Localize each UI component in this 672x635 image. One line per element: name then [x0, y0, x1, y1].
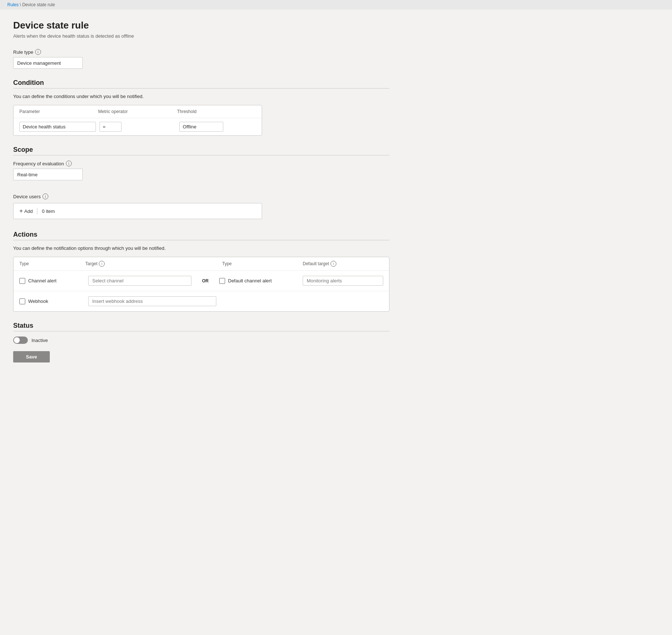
add-plus-icon: + — [19, 208, 23, 214]
default-channel-alert-checkbox-label[interactable]: Default channel alert — [219, 278, 300, 284]
actions-heading: Actions — [13, 231, 389, 238]
scope-divider — [13, 155, 389, 155]
col-metric-operator: Metric operator — [98, 109, 177, 114]
select-channel-input[interactable] — [88, 276, 191, 286]
actions-col-type2: Type — [222, 261, 303, 266]
condition-table: Parameter Metric operator Threshold — [13, 105, 262, 136]
actions-webhook-row: Webhook — [14, 291, 389, 311]
condition-description: You can define the conditions under whic… — [13, 94, 389, 99]
breadcrumb-current: Device state rule — [22, 2, 55, 7]
item-count: 0 item — [42, 208, 55, 214]
page-title: Device state rule — [13, 20, 389, 31]
actions-col-default-target: Default target i — [303, 261, 383, 267]
webhook-checkbox[interactable] — [19, 298, 25, 304]
webhook-checkbox-label[interactable]: Webhook — [19, 298, 85, 304]
condition-table-row — [14, 118, 262, 135]
or-label: OR — [194, 278, 216, 283]
rule-type-label: Rule type — [13, 49, 33, 55]
condition-table-header: Parameter Metric operator Threshold — [14, 105, 262, 118]
frequency-input[interactable] — [13, 169, 83, 180]
threshold-input[interactable] — [179, 122, 223, 132]
add-device-users-button[interactable]: + Add — [19, 208, 33, 214]
actions-description: You can define the notification options … — [13, 245, 389, 251]
actions-table-header: Type Target i Type Default target i — [14, 257, 389, 271]
default-channel-alert-checkbox[interactable] — [219, 278, 225, 284]
toggle-label: Inactive — [31, 338, 48, 343]
col-parameter: Parameter — [19, 109, 98, 114]
actions-col-target: Target i — [85, 261, 200, 267]
scope-heading: Scope — [13, 146, 389, 154]
status-divider — [13, 331, 389, 331]
monitoring-alerts-input[interactable] — [303, 276, 383, 286]
rule-type-info-icon[interactable]: i — [35, 49, 41, 55]
webhook-label: Webhook — [28, 298, 48, 304]
channel-alert-label: Channel alert — [28, 278, 56, 283]
status-heading: Status — [13, 322, 389, 330]
actions-col-type: Type — [19, 261, 85, 266]
status-toggle-row: Inactive — [13, 337, 389, 344]
default-channel-alert-label: Default channel alert — [228, 278, 272, 283]
save-button[interactable]: Save — [13, 351, 50, 362]
breadcrumb: Rules \ Device state rule — [0, 0, 672, 10]
default-target-info-icon[interactable]: i — [331, 261, 336, 267]
channel-alert-checkbox-label[interactable]: Channel alert — [19, 278, 85, 284]
add-divider — [37, 208, 37, 214]
add-btn-label: Add — [24, 208, 33, 214]
page-subtitle: Alerts when the device health status is … — [13, 33, 389, 39]
parameter-input[interactable] — [19, 122, 96, 132]
metric-operator-input[interactable] — [100, 122, 122, 132]
status-toggle[interactable] — [13, 337, 28, 344]
actions-channel-alert-row: Channel alert OR Default channel alert — [14, 271, 389, 291]
condition-divider — [13, 88, 389, 89]
device-users-box: + Add 0 item — [13, 203, 262, 219]
breadcrumb-separator: \ — [20, 2, 22, 7]
condition-heading: Condition — [13, 79, 389, 87]
frequency-info-icon[interactable]: i — [66, 161, 72, 166]
actions-table: Type Target i Type Default target i Chan… — [13, 257, 389, 312]
actions-divider — [13, 240, 389, 240]
frequency-label: Frequency of evaluation — [13, 161, 64, 166]
target-info-icon[interactable]: i — [99, 261, 105, 267]
col-threshold: Threshold — [177, 109, 256, 114]
breadcrumb-parent[interactable]: Rules — [7, 2, 19, 7]
device-users-label: Device users — [13, 194, 41, 199]
channel-alert-checkbox[interactable] — [19, 278, 25, 284]
device-users-info-icon[interactable]: i — [42, 193, 48, 199]
toggle-thumb — [14, 337, 20, 343]
rule-type-input[interactable] — [13, 57, 83, 69]
webhook-address-input[interactable] — [88, 296, 216, 306]
